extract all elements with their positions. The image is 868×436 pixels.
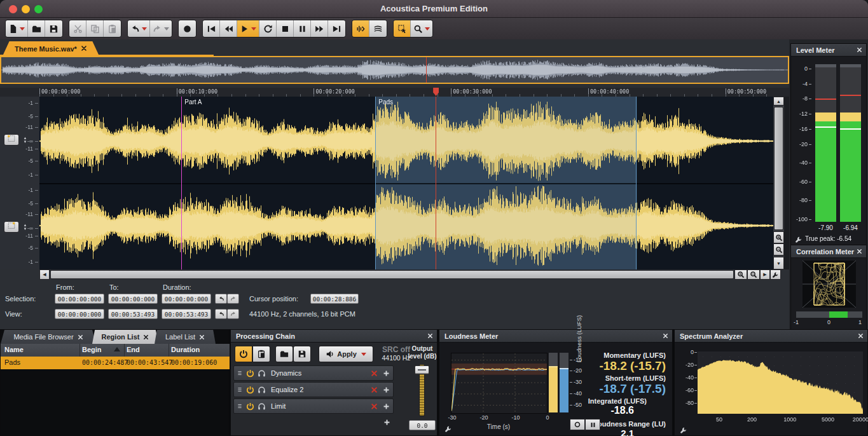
close-x[interactable] bbox=[427, 333, 433, 339]
rewind-button[interactable] bbox=[220, 20, 237, 37]
new-file-dropdown-caret[interactable] bbox=[20, 27, 25, 31]
close-x[interactable] bbox=[858, 333, 864, 339]
drag-handle-icon[interactable] bbox=[236, 369, 244, 377]
loudness-settings-button[interactable] bbox=[444, 424, 452, 435]
apply-dropdown-caret[interactable] bbox=[361, 353, 366, 356]
spectrum-settings-button[interactable] bbox=[680, 425, 687, 436]
scroll-left-button[interactable]: ◀ bbox=[39, 269, 50, 280]
go-to-end-button[interactable] bbox=[328, 20, 345, 37]
selection-to-field[interactable]: 00:00:00:000 bbox=[108, 294, 158, 304]
vertical-scrollbar[interactable]: ▲▼ bbox=[773, 97, 784, 269]
selection-from-field[interactable]: 00:00:00:000 bbox=[55, 294, 104, 304]
redo-icon[interactable] bbox=[230, 296, 237, 302]
chain-paste-button[interactable] bbox=[252, 346, 270, 362]
chain-enable-button[interactable] bbox=[235, 346, 252, 362]
copy-button[interactable] bbox=[86, 20, 104, 37]
view-to-field[interactable]: 00:00:53:493 bbox=[108, 309, 158, 319]
chain-item-limit[interactable]: Limit bbox=[233, 399, 394, 414]
horizontal-scrollbar[interactable]: ◀▶ bbox=[0, 269, 789, 280]
browser-tab-close-icon[interactable] bbox=[199, 334, 205, 340]
pause-button[interactable] bbox=[294, 20, 311, 37]
scroll-up-button[interactable]: ▲ bbox=[773, 97, 784, 106]
chain-open-button[interactable] bbox=[275, 346, 293, 362]
spectrum-analyzer-close-icon[interactable] bbox=[858, 332, 864, 340]
undo-icon[interactable] bbox=[218, 311, 224, 317]
edit-tool-button[interactable] bbox=[394, 20, 411, 37]
redo-icon[interactable] bbox=[230, 311, 237, 317]
cut-button[interactable] bbox=[69, 20, 86, 37]
remove-effect-icon[interactable] bbox=[371, 403, 378, 410]
scrub-button[interactable] bbox=[352, 20, 369, 37]
output-level-value[interactable]: 0.0 bbox=[409, 420, 436, 430]
effect-power-icon[interactable] bbox=[246, 369, 254, 378]
browser-tab-close-icon[interactable] bbox=[143, 334, 149, 340]
undo-button[interactable] bbox=[128, 20, 150, 37]
wrench-icon[interactable] bbox=[772, 271, 779, 278]
remove-effect-icon[interactable] bbox=[371, 370, 378, 377]
fast-forward-button[interactable] bbox=[311, 20, 328, 37]
overview-waveform-canvas[interactable] bbox=[1, 57, 788, 83]
headphones-icon[interactable] bbox=[258, 369, 266, 378]
chain-item-equalize-2[interactable]: Equalize 2 bbox=[233, 382, 394, 397]
horizontal-zoom-in-button[interactable] bbox=[734, 269, 747, 280]
wrench-icon[interactable] bbox=[795, 236, 803, 243]
close-x[interactable] bbox=[857, 47, 862, 53]
wrench-icon[interactable] bbox=[680, 426, 687, 434]
processing-chain-close-icon[interactable] bbox=[427, 332, 433, 340]
scroll-down-button[interactable]: ▼ bbox=[773, 257, 784, 269]
drag-handle-icon[interactable] bbox=[236, 386, 244, 393]
horizontal-zoom-out-button[interactable] bbox=[747, 269, 760, 280]
redo-button[interactable] bbox=[150, 20, 172, 37]
region-row-pads[interactable]: Pads00:00:24:48700:00:43:54700:00:19:060 bbox=[1, 357, 230, 369]
editor-settings-wrench-button[interactable] bbox=[770, 269, 781, 280]
browser-tab-media-file-browser[interactable]: Media File Browser bbox=[1, 330, 96, 344]
wave-layers-button[interactable] bbox=[369, 20, 387, 37]
undo-0-button[interactable] bbox=[215, 294, 227, 304]
loudness-pause-button[interactable] bbox=[585, 419, 600, 430]
channel-2-select-button[interactable] bbox=[4, 221, 19, 233]
add-effect-icon[interactable] bbox=[383, 403, 390, 410]
apply-button[interactable]: Apply bbox=[319, 346, 373, 362]
column-header-end[interactable]: End bbox=[127, 346, 140, 353]
loudness-reset-button[interactable] bbox=[570, 419, 585, 430]
drag-handle-icon[interactable] bbox=[236, 402, 244, 410]
loop-button[interactable] bbox=[259, 20, 277, 37]
add-effect-icon[interactable] bbox=[383, 386, 390, 393]
vertical-zoom-in-button[interactable] bbox=[773, 231, 784, 243]
chain-item-dynamics[interactable]: Dynamics bbox=[233, 365, 394, 381]
view-duration-field[interactable]: 00:00:53:493 bbox=[162, 309, 211, 319]
document-tab-close-icon[interactable] bbox=[81, 45, 87, 53]
redo-dropdown-caret[interactable] bbox=[164, 27, 169, 31]
go-to-start-button[interactable] bbox=[203, 20, 220, 37]
selection-region-overlay[interactable] bbox=[375, 97, 637, 269]
document-tab-close-x[interactable] bbox=[81, 45, 87, 51]
loudness-meter-close-icon[interactable] bbox=[663, 332, 668, 340]
channel-1-zoom-spinner[interactable]: ▲ ▼ bbox=[22, 134, 29, 146]
undo-dropdown-caret[interactable] bbox=[142, 27, 147, 31]
add-effect-icon[interactable] bbox=[383, 419, 390, 426]
undo-icon[interactable] bbox=[218, 296, 224, 302]
chain-save-button[interactable] bbox=[293, 346, 311, 362]
close-x[interactable] bbox=[857, 249, 862, 254]
browser-tab-close-icon[interactable] bbox=[78, 334, 83, 340]
cursor-position-field[interactable]: 00:00:28:886 bbox=[310, 294, 359, 304]
play-button[interactable] bbox=[237, 20, 259, 37]
column-header-duration[interactable]: Duration bbox=[171, 346, 200, 353]
record-button[interactable] bbox=[179, 20, 196, 37]
headphones-icon[interactable] bbox=[258, 402, 266, 411]
effect-power-icon[interactable] bbox=[246, 386, 254, 394]
add-effect-icon[interactable] bbox=[383, 370, 390, 377]
new-file-button[interactable] bbox=[6, 20, 28, 37]
overview-waveform-strip[interactable] bbox=[0, 56, 789, 84]
stop-button[interactable] bbox=[277, 20, 294, 37]
marker-line-part-a[interactable] bbox=[181, 97, 182, 269]
level-meter-close-icon[interactable] bbox=[857, 46, 862, 54]
correlation-meter-close-icon[interactable] bbox=[857, 248, 862, 255]
vertical-zoom-out-button[interactable] bbox=[773, 243, 784, 255]
view-from-field[interactable]: 00:00:00:000 bbox=[55, 309, 104, 319]
channel-2-zoom-spinner[interactable]: ▲ ▼ bbox=[22, 221, 29, 233]
zoom-tool-button[interactable] bbox=[411, 20, 432, 37]
horizontal-scroll-thumb[interactable] bbox=[50, 270, 734, 279]
browser-tab-label-list[interactable]: Label List bbox=[155, 330, 216, 344]
save-file-button[interactable] bbox=[45, 20, 62, 37]
